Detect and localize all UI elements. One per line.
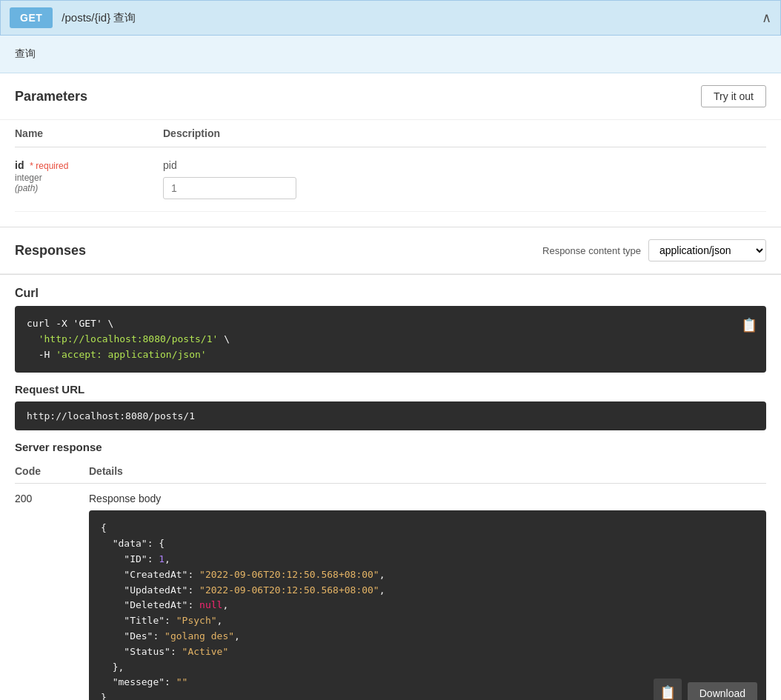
api-path: /posts/{id} 查询 <box>62 11 762 25</box>
request-url-label: Request URL <box>15 383 766 396</box>
curl-line1: curl -X 'GET' \ <box>27 316 754 332</box>
content-type-control: Response content type application/json <box>542 239 766 261</box>
param-name-cell: id * required integer (path) <box>15 159 163 193</box>
param-table-header: Name Description <box>15 120 766 147</box>
param-required-label: * required <box>30 161 68 171</box>
response-code-200: 200 <box>15 493 89 504</box>
content-type-select[interactable]: application/json <box>648 239 766 261</box>
col-details-header: Details <box>89 465 766 477</box>
json-line-5: "UpdatedAt": "2022-09-06T20:12:50.568+08… <box>101 583 754 599</box>
request-url-box: http://localhost:8080/posts/1 <box>15 401 766 430</box>
col-desc-header: Description <box>163 127 766 139</box>
parameters-section: Parameters Try it out Name Description i… <box>0 73 781 227</box>
curl-copy-icon[interactable]: 📋 <box>741 315 757 336</box>
collapse-icon[interactable]: ∧ <box>762 10 771 26</box>
json-line-4: "CreatedAt": "2022-09-06T20:12:50.568+08… <box>101 567 754 583</box>
method-badge: GET <box>10 7 53 28</box>
curl-box: 📋 curl -X 'GET' \ 'http://localhost:8080… <box>15 306 766 373</box>
curl-line2: 'http://localhost:8080/posts/1' \ <box>27 332 754 347</box>
response-body-label: Response body <box>89 493 766 504</box>
content-type-label: Response content type <box>542 245 641 256</box>
param-name-id: id <box>15 159 24 171</box>
json-line-9: "Status": "Active" <box>101 644 754 660</box>
response-table-header: Code Details <box>15 459 766 484</box>
curl-line3: -H 'accept: application/json' <box>27 347 754 363</box>
json-line-8: "Des": "golang des", <box>101 629 754 644</box>
curl-label: Curl <box>15 287 766 300</box>
col-code-header: Code <box>15 465 89 477</box>
col-name-header: Name <box>15 127 163 139</box>
json-line-10: }, <box>101 660 754 676</box>
param-type: integer <box>15 173 163 183</box>
curl-section: Curl 📋 curl -X 'GET' \ 'http://localhost… <box>0 275 781 700</box>
json-line-7: "Title": "Psych", <box>101 613 754 629</box>
param-location: (path) <box>15 183 163 193</box>
parameters-title: Parameters <box>15 89 87 104</box>
param-description: pid <box>163 159 766 171</box>
param-id-input[interactable] <box>163 177 296 199</box>
response-details-200: Response body { "data": { "ID": 1, "Crea… <box>89 493 766 700</box>
parameters-header: Parameters Try it out <box>0 73 781 120</box>
json-line-2: "data": { <box>101 536 754 552</box>
response-row-200: 200 Response body { "data": { "ID": 1, "… <box>15 484 766 700</box>
param-table: Name Description id * required integer (… <box>0 120 781 227</box>
response-body-box: { "data": { "ID": 1, "CreatedAt": "2022-… <box>89 510 766 700</box>
json-line-3: "ID": 1, <box>101 552 754 567</box>
description-text: 查询 <box>15 47 36 59</box>
responses-title: Responses <box>15 243 86 259</box>
responses-section: Responses Response content type applicat… <box>0 227 781 275</box>
try-it-out-button[interactable]: Try it out <box>701 85 766 107</box>
responses-header: Responses Response content type applicat… <box>0 227 781 274</box>
download-actions: 📋 Download <box>654 679 757 700</box>
description-section: 查询 <box>0 36 781 73</box>
server-response-label: Server response <box>15 441 766 453</box>
param-desc-cell: pid <box>163 159 766 199</box>
json-line-1: { <box>101 521 754 536</box>
download-button[interactable]: Download <box>688 682 757 700</box>
copy-response-icon[interactable]: 📋 <box>654 679 682 700</box>
param-row: id * required integer (path) pid <box>15 147 766 212</box>
json-line-6: "DeletedAt": null, <box>101 598 754 613</box>
api-header: GET /posts/{id} 查询 ∧ <box>0 0 781 36</box>
